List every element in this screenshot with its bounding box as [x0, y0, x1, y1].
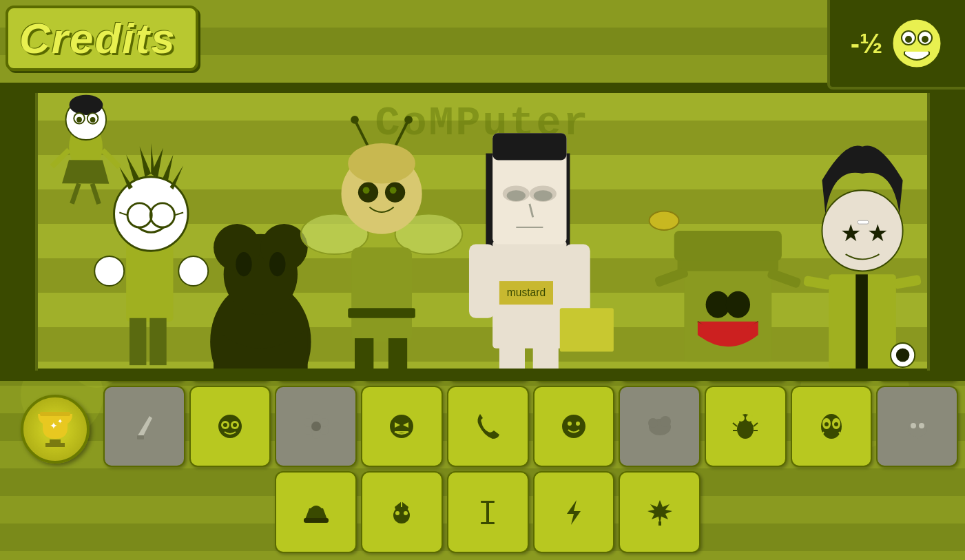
- svg-point-144: [304, 418, 312, 426]
- icon-bug[interactable]: [705, 386, 787, 468]
- svg-point-27: [236, 252, 251, 276]
- icon-phone[interactable]: [447, 386, 529, 468]
- icon-smiley[interactable]: [533, 386, 615, 468]
- icon-alien[interactable]: [791, 386, 873, 468]
- svg-point-150: [568, 422, 572, 426]
- svg-point-158: [746, 415, 753, 422]
- svg-point-22: [178, 256, 208, 286]
- stage-pillar-right: [927, 83, 965, 372]
- svg-marker-13: [163, 155, 174, 182]
- svg-point-145: [311, 422, 321, 431]
- svg-text:★: ★: [867, 220, 888, 246]
- credits-label: Credits: [6, 6, 198, 71]
- svg-rect-36: [348, 308, 415, 318]
- svg-rect-95: [40, 412, 70, 416]
- svg-marker-12: [126, 155, 140, 182]
- svg-rect-79: [654, 267, 689, 287]
- stage-bottom-bar: [0, 371, 965, 381]
- stage: CoMPuter: [34, 83, 931, 372]
- svg-point-44: [390, 187, 397, 194]
- icon-cursor-i[interactable]: [447, 471, 529, 553]
- svg-point-28: [269, 252, 285, 276]
- character-flying: [52, 94, 120, 204]
- svg-point-60: [534, 190, 552, 201]
- svg-rect-37: [355, 338, 373, 369]
- coin1: [650, 211, 679, 230]
- icon-face-glasses[interactable]: [189, 386, 271, 468]
- svg-point-175: [395, 511, 400, 515]
- svg-rect-6: [129, 318, 146, 365]
- svg-point-137: [223, 423, 227, 427]
- icon-snake-head[interactable]: [876, 386, 958, 468]
- svg-point-31: [351, 116, 359, 124]
- icon-maple-leaf[interactable]: [619, 471, 701, 553]
- svg-rect-84: [869, 365, 891, 369]
- character-mustard: mustard: [469, 133, 614, 369]
- svg-rect-52: [560, 308, 614, 351]
- svg-text:✦: ✦: [57, 417, 63, 425]
- svg-rect-179: [481, 501, 495, 503]
- svg-point-21: [94, 256, 124, 286]
- smiley-icon: [889, 16, 944, 71]
- icon-knife[interactable]: [103, 386, 185, 468]
- svg-point-142: [312, 431, 320, 439]
- svg-point-59: [507, 190, 526, 201]
- svg-point-166: [824, 422, 829, 426]
- stage-pillar-left: [0, 83, 38, 372]
- svg-point-149: [562, 415, 585, 438]
- character-star-eyes: ★ ★: [803, 145, 922, 369]
- icon-flower[interactable]: [275, 386, 357, 468]
- svg-point-77: [726, 291, 750, 318]
- svg-rect-133: [137, 435, 144, 439]
- trophy-icon: ✦ ✦: [34, 408, 76, 450]
- svg-point-151: [576, 422, 580, 426]
- svg-point-140: [320, 418, 329, 426]
- svg-rect-181: [481, 522, 495, 524]
- svg-point-157: [738, 415, 745, 422]
- svg-point-171: [911, 423, 916, 428]
- svg-point-138: [233, 423, 237, 427]
- svg-line-169: [839, 432, 842, 437]
- svg-rect-83: [832, 365, 854, 369]
- svg-point-139: [312, 414, 320, 422]
- character-shadow: [210, 224, 311, 369]
- trophy-button[interactable]: ✦ ✦: [21, 395, 90, 464]
- svg-rect-54: [533, 345, 559, 369]
- svg-rect-38: [388, 338, 407, 369]
- svg-rect-35: [351, 247, 412, 342]
- score-area: -½: [827, 0, 965, 90]
- character-trashcan: [654, 231, 802, 362]
- svg-rect-88: [893, 275, 922, 289]
- svg-rect-5: [126, 241, 173, 322]
- svg-point-0: [892, 19, 942, 68]
- svg-point-154: [660, 416, 671, 427]
- svg-rect-7: [149, 318, 166, 365]
- svg-rect-78: [674, 231, 782, 261]
- character-nerdy: [94, 143, 208, 365]
- svg-rect-183: [658, 521, 661, 526]
- svg-line-161: [754, 423, 758, 426]
- svg-rect-173: [304, 518, 329, 523]
- credits-title: Credits: [19, 14, 176, 62]
- svg-marker-182: [567, 500, 581, 525]
- icon-hat[interactable]: [275, 471, 357, 553]
- icon-evil-face[interactable]: [361, 386, 443, 468]
- svg-rect-180: [486, 503, 489, 522]
- svg-rect-53: [499, 345, 525, 369]
- stage-top-bar: [0, 83, 965, 93]
- svg-text:mustard: mustard: [507, 287, 546, 298]
- icon-crown-character[interactable]: [361, 471, 443, 553]
- svg-rect-82: [855, 274, 868, 369]
- svg-rect-80: [767, 268, 802, 289]
- svg-point-176: [404, 511, 408, 515]
- svg-point-167: [834, 422, 838, 426]
- svg-rect-51: [565, 244, 590, 318]
- svg-point-4: [922, 36, 928, 43]
- svg-rect-92: [858, 220, 869, 224]
- icon-spray-cloud[interactable]: [619, 386, 701, 468]
- svg-line-159: [733, 423, 737, 426]
- svg-line-70: [52, 149, 69, 167]
- svg-point-153: [648, 418, 658, 428]
- svg-point-143: [304, 426, 312, 435]
- icon-flash[interactable]: [533, 471, 615, 553]
